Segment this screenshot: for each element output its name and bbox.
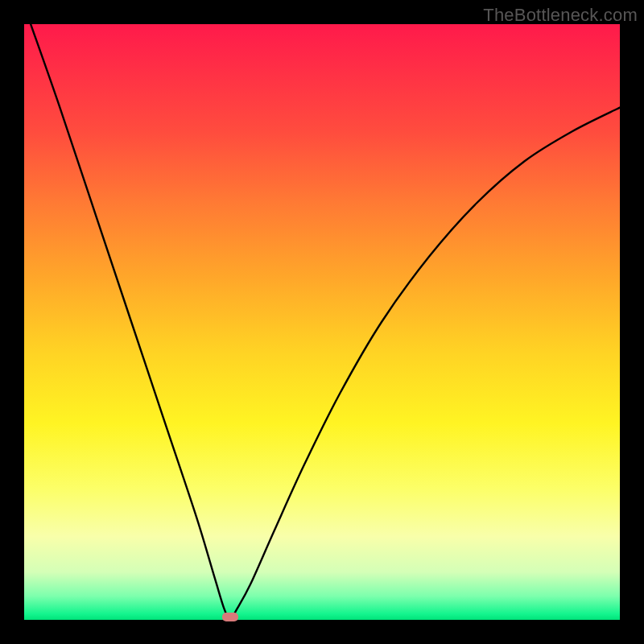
minimum-marker xyxy=(222,613,238,621)
watermark-label: TheBottleneck.com xyxy=(483,5,638,26)
bottleneck-curve xyxy=(24,24,620,620)
chart-frame: TheBottleneck.com xyxy=(0,0,644,644)
